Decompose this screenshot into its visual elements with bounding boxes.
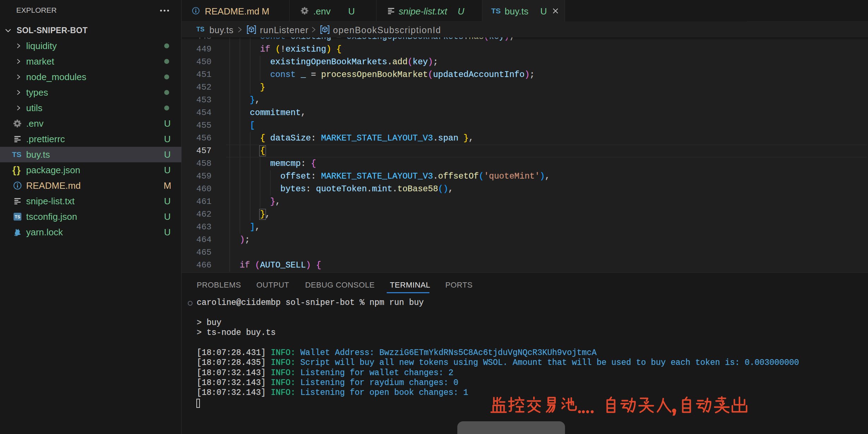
svg-text:TS: TS [15, 215, 20, 219]
